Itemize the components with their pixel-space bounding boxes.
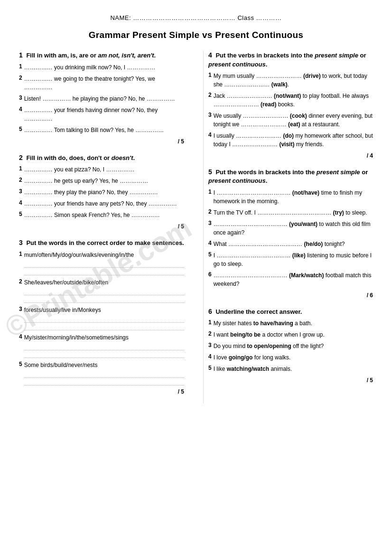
class-label: Class <box>237 14 254 21</box>
section-3: 3 Put the words in the correct order to … <box>19 238 184 395</box>
section-2-item-2: 2 …………… he gets up early? Yes, he …………… <box>19 177 184 187</box>
section-1-item-3: 3 Listen! …………… he playing the piano? No… <box>19 94 184 105</box>
section-4-item-3: 3 We usually …………………… (cook) dinner ever… <box>208 112 373 131</box>
main-title: Grammar Present Simple vs Present Contin… <box>19 30 373 40</box>
section-1: 1 Fill in with am, is, are or am not, is… <box>19 51 184 145</box>
section-3-title: 3 Put the words in the correct order to … <box>19 238 184 248</box>
section-4-title: 4 Put the verbs in brackets into the pre… <box>208 51 373 69</box>
section-1-item-1: 1 …………… you drinking milk now? No, I ………… <box>19 63 184 74</box>
section-5-score: / 6 <box>208 292 373 299</box>
section-3-item-4: 4 My/sister/morning/in/the/sometimes/sin… <box>19 333 184 359</box>
section-1-title: 1 Fill in with am, is, are or am not, is… <box>19 51 184 60</box>
header: NAME: ………………………………………… Class ………… <box>19 14 373 21</box>
section-5-title: 5 Put the words in brackets into the pre… <box>208 168 373 186</box>
section-3-item-3: 3 forests/usually/live in/Monkeys <box>19 306 184 331</box>
section-2: 2 Fill in with do, does, don't or doesn'… <box>19 153 184 230</box>
name-label: NAME: <box>110 14 131 21</box>
section-4-item-1: 1 My mum usually …………………… (drive) to wor… <box>208 72 373 91</box>
two-col-layout: 1 Fill in with am, is, are or am not, is… <box>19 51 373 404</box>
section-3-item-5: 5 Some birds/build/never/nests <box>19 361 184 386</box>
left-column: 1 Fill in with am, is, are or am not, is… <box>19 51 189 404</box>
name-dots: ………………………………………… <box>133 14 237 21</box>
section-2-score: / 5 <box>19 223 184 230</box>
section-4-score: / 4 <box>208 152 373 159</box>
section-6-score: / 5 <box>208 377 373 384</box>
right-column: 4 Put the verbs in brackets into the pre… <box>203 51 373 404</box>
section-6-item-3: 3 Do you mind to open/opening off the li… <box>208 342 373 352</box>
section-2-item-3: 3 …………… they play the piano? No, they ……… <box>19 188 184 198</box>
section-6-item-1: 1 My sister hates to have/having a bath. <box>208 319 373 329</box>
section-1-item-5: 5 …………… Tom talking to Bill now? Yes, he… <box>19 126 184 136</box>
section-3-item-1: 1 mum/often/My/dog/our/walks/evening/in/… <box>19 251 184 276</box>
section-6-title: 6 Underline the correct answer. <box>208 307 373 317</box>
section-3-score: / 5 <box>19 388 184 395</box>
section-1-score: / 5 <box>19 138 184 145</box>
section-6-item-2: 2 I want being/to be a doctor when I gro… <box>208 330 373 341</box>
section-5-item-5: 5 I ………………………………… (like) listening to mu… <box>208 251 373 270</box>
section-5-item-4: 4 What ………………………………… (he/do) tonight? <box>208 240 373 250</box>
section-5-item-2: 2 Turn the TV off. I ………………………………… (try)… <box>208 208 373 219</box>
section-2-item-4: 4 …………… your friends have any pets? No, … <box>19 199 184 210</box>
section-4-item-4: 4 I usually …………………… (do) my homework af… <box>208 132 373 151</box>
section-5: 5 Put the words in brackets into the pre… <box>208 168 373 299</box>
section-1-item-4: 4 …………… your friends having dinner now? … <box>19 106 184 125</box>
section-2-item-1: 1 …………… you eat pizza? No, I …………… <box>19 165 184 176</box>
section-5-item-1: 1 I ………………………………… (not/have) time to fin… <box>208 188 373 207</box>
section-1-item-2: 2 …………… we going to the theatre tonight?… <box>19 75 184 94</box>
section-2-item-5: 5 …………… Simon speak French? Yes, he …………… <box>19 211 184 221</box>
section-6-item-4: 4 I love going/go for long walks. <box>208 353 373 364</box>
section-5-item-3: 3 ………………………………… (you/want) to watch this… <box>208 220 373 239</box>
class-dots: ………… <box>256 14 282 21</box>
section-3-item-2: 2 She/leaves/her/outside/bike/often <box>19 278 184 304</box>
section-4: 4 Put the verbs in brackets into the pre… <box>208 51 373 159</box>
section-4-item-2: 2 Jack …………………… (not/want) to play footb… <box>208 92 373 111</box>
section-6-item-5: 5 I like watching/watch animals. <box>208 365 373 375</box>
page: ©Printable.com NAME: ………………………………………… Cl… <box>0 0 392 555</box>
section-5-item-6: 6 ………………………………… (Mark/watch) football ma… <box>208 271 373 290</box>
section-2-title: 2 Fill in with do, does, don't or doesn'… <box>19 153 184 163</box>
section-6: 6 Underline the correct answer. 1 My sis… <box>208 307 373 384</box>
